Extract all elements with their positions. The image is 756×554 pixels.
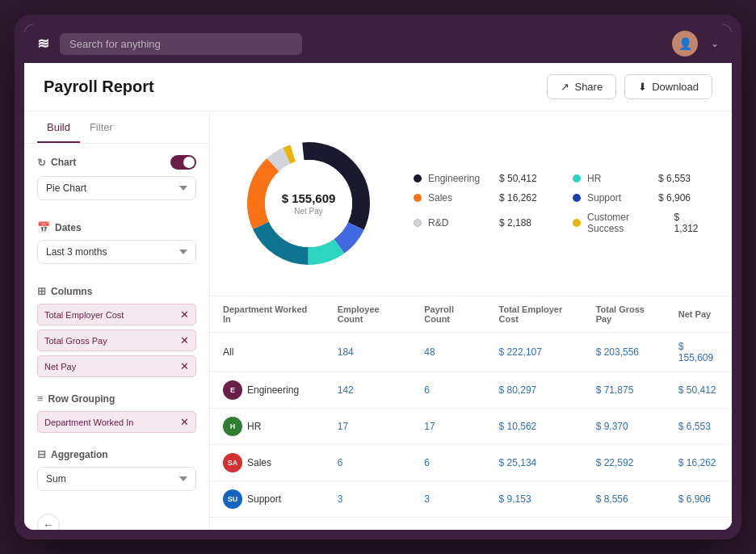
dates-select[interactable]: Last 3 months Last 6 months Last year (37, 240, 196, 264)
table-row: SA Sales 6 6 $ 25,134 $ 22,592 $ 16,262 (210, 445, 732, 481)
payroll-count-all[interactable]: 48 (411, 333, 485, 372)
legend-item-hr: HR $ 6,553 (573, 173, 706, 184)
col-net-pay: Net Pay (666, 296, 732, 333)
columns-section-header: ⊞ Columns (37, 285, 196, 297)
legend-dot-engineering (414, 174, 422, 183)
sidebar: Build Filter ↻ Chart Pie Chart Bar Cha (24, 111, 210, 530)
legend-dot-hr (573, 174, 581, 183)
donut-chart: $ 155,609 Net Pay (236, 131, 381, 276)
dept-cell-support: SU Support (210, 481, 325, 518)
tab-filter[interactable]: Filter (80, 111, 123, 143)
right-panel: $ 155,609 Net Pay Engineering $ 50,412 (210, 111, 732, 530)
dates-section: 📅 Dates Last 3 months Last 6 months Last… (24, 210, 209, 274)
avatar[interactable]: 👤 (672, 31, 698, 57)
columns-section: ⊞ Columns Total Employer Cost ✕ Total Gr… (24, 274, 209, 381)
page-title: Payroll Report (44, 78, 154, 96)
column-tag-gross-pay: Total Gross Pay ✕ (37, 329, 196, 351)
col-dept: Department Worked In (210, 296, 325, 333)
col-employee-count: Employee Count (325, 296, 412, 333)
chart-type-select[interactable]: Pie Chart Bar Chart Line Chart (37, 176, 196, 200)
avatar-engineering: E (223, 380, 242, 400)
donut-amount: $ 155,609 (282, 191, 336, 205)
row-grouping-section-header: ≡ Row Grouping (37, 392, 196, 405)
aggregation-section-title: ⊟ Aggregation (37, 448, 108, 460)
net-pay-all[interactable]: $ 155,609 (666, 333, 732, 372)
avatar-sales: SA (223, 453, 242, 472)
chart-legend: Engineering $ 50,412 HR $ 6,553 Sales $ … (414, 173, 706, 234)
calendar-icon: 📅 (37, 221, 50, 233)
table-row: E Engineering 142 6 $ 80,297 $ 71,875 $ … (210, 372, 732, 409)
remove-gross-pay-button[interactable]: ✕ (180, 334, 189, 346)
legend-item-customer-success: Customer Success $ 1,312 (573, 212, 706, 234)
chevron-down-icon: ⌄ (711, 38, 719, 49)
search-input[interactable] (60, 33, 302, 55)
dept-cell-hr: H HR (210, 409, 325, 445)
download-icon: ⬇ (638, 81, 647, 93)
table-row: All 184 48 $ 222,107 $ 203,556 $ 155,609 (210, 333, 732, 372)
chart-section-header: ↻ Chart (37, 155, 196, 170)
aggregation-select[interactable]: Sum Average Count (37, 467, 196, 491)
legend-dot-rnd (414, 219, 422, 227)
share-icon: ↗ (561, 81, 569, 93)
column-tag-net-pay: Net Pay ✕ (37, 355, 196, 377)
col-employer-cost: Total Employer Cost (486, 296, 583, 333)
table-area: Department Worked In Employee Count Payr… (210, 296, 732, 530)
avatar-icon: 👤 (678, 37, 692, 50)
avatar-support: SU (223, 489, 242, 509)
dates-section-title: 📅 Dates (37, 221, 82, 233)
row-grouping-tag-dept: Department Worked In ✕ (37, 411, 196, 433)
aggregation-section-header: ⊟ Aggregation (37, 448, 196, 460)
avatar-hr: H (223, 417, 242, 436)
row-grouping-section-title: ≡ Row Grouping (37, 392, 115, 405)
legend-item-support: Support $ 6,906 (573, 192, 706, 204)
back-button[interactable]: ← (37, 514, 60, 530)
chart-icon: ↻ (37, 157, 46, 169)
aggregation-section: ⊟ Aggregation Sum Average Count (24, 437, 209, 501)
remove-net-pay-button[interactable]: ✕ (180, 360, 189, 372)
legend-item-sales: Sales $ 16,262 (414, 192, 547, 204)
chart-section-title: ↻ Chart (37, 157, 76, 169)
columns-icon: ⊞ (37, 285, 46, 297)
legend-dot-customer-success (573, 219, 581, 227)
gross-pay-all[interactable]: $ 203,556 (583, 333, 666, 372)
sidebar-tabs: Build Filter (24, 111, 209, 144)
legend-item-engineering: Engineering $ 50,412 (414, 173, 547, 184)
top-nav: ≋ 👤 ⌄ (24, 24, 732, 63)
header-actions: ↗ Share ⬇ Download (547, 74, 712, 99)
donut-label: Net Pay (282, 207, 336, 216)
legend-item-rnd: R&D $ 2,188 (414, 212, 547, 234)
col-gross-pay: Total Gross Pay (583, 296, 666, 333)
dept-cell-engineering: E Engineering (210, 372, 325, 409)
table-row: SU Support 3 3 $ 9,153 $ 8,556 $ 6,906 (210, 481, 732, 518)
chart-area: $ 155,609 Net Pay Engineering $ 50,412 (210, 111, 732, 296)
column-tag-employer-cost: Total Employer Cost ✕ (37, 304, 196, 325)
chart-section: ↻ Chart Pie Chart Bar Chart Line Chart (24, 144, 209, 210)
legend-dot-sales (414, 194, 422, 202)
aggregation-icon: ⊟ (37, 448, 46, 460)
main-content: Build Filter ↻ Chart Pie Chart Bar Cha (24, 111, 732, 530)
legend-dot-support (573, 194, 581, 202)
remove-employer-cost-button[interactable]: ✕ (180, 308, 189, 321)
employer-cost-all[interactable]: $ 222,107 (486, 333, 583, 372)
chart-toggle[interactable] (170, 155, 196, 170)
nav-logo: ≋ (37, 35, 50, 52)
col-payroll-count: Payroll Count (411, 296, 485, 333)
employee-count-all[interactable]: 184 (325, 333, 412, 372)
row-grouping-icon: ≡ (37, 392, 44, 405)
table-row: H HR 17 17 $ 10,562 $ 9,370 $ 6,553 (210, 409, 732, 445)
data-table: Department Worked In Employee Count Payr… (210, 296, 732, 518)
row-grouping-section: ≡ Row Grouping Department Worked In ✕ (24, 381, 209, 437)
dept-cell-sales: SA Sales (210, 445, 325, 481)
dates-section-header: 📅 Dates (37, 221, 196, 233)
donut-center: $ 155,609 Net Pay (282, 191, 336, 216)
sidebar-back: ← (24, 501, 209, 530)
page-header: Payroll Report ↗ Share ⬇ Download (24, 63, 732, 111)
dept-cell-all: All (210, 333, 325, 372)
share-button[interactable]: ↗ Share (547, 74, 616, 99)
remove-dept-grouping-button[interactable]: ✕ (180, 416, 189, 428)
tab-build[interactable]: Build (37, 111, 80, 143)
download-button[interactable]: ⬇ Download (624, 74, 712, 99)
columns-section-title: ⊞ Columns (37, 285, 92, 297)
